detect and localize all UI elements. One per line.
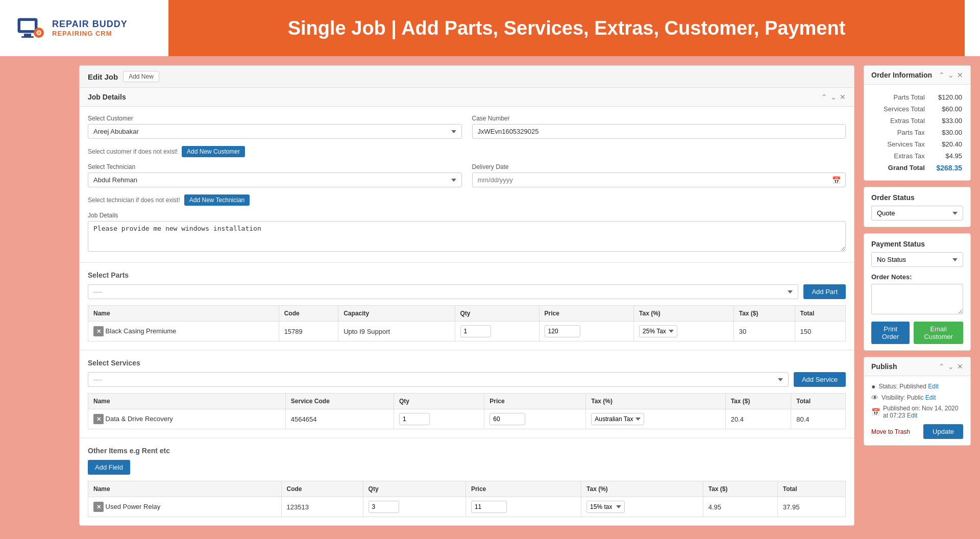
publish-info: ● Status: Published Edit 👁 Visibility: P…	[871, 382, 963, 419]
add-field-button[interactable]: Add Field	[88, 460, 130, 475]
chevron-down-icon[interactable]: ⌄	[948, 362, 954, 371]
other-qty-input[interactable]	[369, 501, 399, 513]
published-on-edit-link[interactable]: Edit	[907, 412, 918, 419]
close-icon[interactable]: ✕	[840, 93, 846, 101]
svc-name-cell: ✕ Data & Drive Recovery	[88, 409, 286, 429]
svg-rect-3	[21, 36, 34, 38]
order-status-title: Order Status	[871, 193, 963, 202]
services-table: Name Service Code Qty Price Tax (%) Tax …	[88, 393, 846, 429]
svc-col-price: Price	[484, 394, 586, 409]
job-details-group: Job Details Please provide me new window…	[88, 212, 846, 254]
remove-part-button[interactable]: ✕	[93, 326, 104, 336]
other-items-section: Other Items e.g Rent etc Add Field Name …	[80, 438, 854, 525]
svc-price-input[interactable]	[489, 413, 525, 425]
chevron-up-icon[interactable]: ⌃	[821, 93, 827, 101]
published-on-row: 📅 Published on: Nov 14, 2020 at 07:23 Ed…	[871, 405, 963, 419]
technician-helper-row: Select technician if does not exist! Add…	[88, 194, 846, 206]
services-section: Select Services ---- Add Service Name Se…	[80, 350, 854, 437]
services-total-value: $60.00	[930, 104, 962, 114]
svc-tax-dollar-cell: 20.4	[725, 409, 791, 429]
close-icon[interactable]: ✕	[957, 362, 963, 371]
job-details-controls[interactable]: ⌃ ⌄ ✕	[821, 93, 846, 101]
add-part-button[interactable]: Add Part	[803, 284, 846, 299]
svc-tax-pct-cell: Australian Tax No Tax 10% Tax 25% Tax	[586, 409, 725, 429]
publish-body: ● Status: Published Edit 👁 Visibility: P…	[864, 376, 970, 445]
customer-helper-row: Select customer if does not exist! Add N…	[88, 146, 846, 157]
chevron-up-icon[interactable]: ⌃	[939, 362, 945, 371]
order-notes-textarea[interactable]	[871, 284, 963, 314]
publish-actions: Move to Trash Update	[871, 424, 963, 439]
status-value: Published	[899, 383, 926, 390]
svc-col-code: Service Code	[285, 394, 394, 409]
case-number-group: Case Number	[472, 115, 846, 139]
svc-tax-select[interactable]: Australian Tax No Tax 10% Tax 25% Tax	[591, 413, 644, 425]
case-number-label: Case Number	[472, 115, 846, 122]
customer-select[interactable]: Areej Abubakar	[88, 124, 462, 139]
delivery-date-input[interactable]	[472, 173, 846, 187]
calendar-icon: 📅	[871, 408, 880, 416]
services-dropdown[interactable]: ----	[88, 372, 789, 387]
case-number-input[interactable]	[472, 124, 846, 139]
other-col-tax-dollar: Tax ($)	[703, 481, 777, 497]
payment-status-card: Payment Status No Status Paid Unpaid Par…	[864, 233, 971, 351]
part-capacity-cell: Upto I9 Support	[338, 322, 455, 341]
publish-header: Publish ⌃ ⌄ ✕	[864, 357, 970, 376]
order-info-title: Order Information	[871, 71, 932, 79]
svc-qty-input[interactable]	[399, 413, 430, 425]
payment-status-select[interactable]: No Status Paid Unpaid Partial	[871, 252, 963, 267]
part-tax-select[interactable]: 25% Tax No Tax 10% Tax 15% Tax	[639, 325, 677, 337]
order-info-body: Parts Total $120.00 Services Total $60.0…	[864, 85, 970, 180]
order-info-controls[interactable]: ⌃ ⌄ ✕	[939, 71, 963, 79]
extras-tax-value: $4.95	[930, 151, 962, 161]
other-col-tax-pct: Tax (%)	[581, 481, 703, 497]
publish-controls[interactable]: ⌃ ⌄ ✕	[939, 362, 963, 371]
svg-rect-1	[20, 21, 35, 30]
print-order-button[interactable]: Print Order	[871, 322, 910, 344]
other-code-cell: 123513	[281, 497, 363, 517]
add-new-technician-button[interactable]: Add New Technician	[184, 194, 250, 206]
part-tax-pct-cell: 25% Tax No Tax 10% Tax 15% Tax	[634, 322, 734, 341]
remove-service-button[interactable]: ✕	[93, 414, 104, 424]
parts-dropdown[interactable]: ----	[88, 284, 798, 299]
table-row: Parts Tax $30.00	[872, 127, 962, 138]
chevron-down-icon[interactable]: ⌄	[948, 71, 954, 79]
other-price-input[interactable]	[471, 501, 507, 513]
status-edit-link[interactable]: Edit	[928, 383, 939, 390]
order-status-card: Order Status Quote Pending In Progress C…	[864, 187, 971, 227]
technician-select[interactable]: Abdul Rehman	[88, 173, 462, 187]
technician-helper-text: Select technician if does not exist!	[88, 197, 180, 204]
calendar-icon[interactable]: 📅	[832, 176, 841, 184]
delivery-input-wrap: 📅	[472, 173, 846, 187]
update-button[interactable]: Update	[923, 424, 963, 439]
visibility-icon: 👁	[871, 394, 878, 402]
other-tax-dollar-cell: 4.95	[703, 497, 777, 517]
job-details-title: Job Details	[88, 93, 126, 101]
add-service-button[interactable]: Add Service	[794, 372, 846, 387]
logo-area: ⚙ REPAIR BUDDY REPAIRING CRM	[15, 14, 168, 42]
part-price-input[interactable]	[545, 325, 580, 337]
visibility-edit-link[interactable]: Edit	[925, 394, 936, 401]
main-layout: Edit Job Add New Job Details ⌃ ⌄ ✕ Selec…	[0, 56, 980, 535]
main-left: Edit Job Add New Job Details ⌃ ⌄ ✕ Selec…	[79, 65, 854, 526]
svg-text:⚙: ⚙	[36, 29, 42, 37]
job-details-section-header: Job Details ⌃ ⌄ ✕	[80, 88, 854, 107]
left-panel: Edit Job Add New Job Details ⌃ ⌄ ✕ Selec…	[79, 65, 854, 526]
order-info-header: Order Information ⌃ ⌄ ✕	[864, 66, 970, 85]
part-qty-input[interactable]	[460, 325, 491, 337]
job-details-textarea[interactable]: Please provide me new windows installati…	[88, 221, 846, 252]
chevron-up-icon[interactable]: ⌃	[939, 71, 945, 79]
remove-other-button[interactable]: ✕	[93, 502, 104, 512]
other-col-price: Price	[465, 481, 581, 497]
close-icon[interactable]: ✕	[957, 71, 963, 79]
customer-helper-text: Select customer if does not exist!	[88, 148, 178, 155]
move-to-trash-link[interactable]: Move to Trash	[871, 428, 910, 435]
other-tax-select[interactable]: 15% tax No Tax 10% Tax 25% Tax	[586, 501, 625, 513]
parts-col-tax-pct: Tax (%)	[634, 306, 734, 322]
order-status-select[interactable]: Quote Pending In Progress Completed Canc…	[871, 206, 963, 220]
add-new-button[interactable]: Add New	[123, 71, 159, 82]
extras-total-value: $33.00	[930, 115, 962, 126]
chevron-down-icon[interactable]: ⌄	[830, 93, 837, 101]
email-customer-button[interactable]: Email Customer	[914, 322, 963, 344]
order-status-body: Order Status Quote Pending In Progress C…	[864, 187, 970, 227]
add-new-customer-button[interactable]: Add New Customer	[182, 146, 245, 157]
